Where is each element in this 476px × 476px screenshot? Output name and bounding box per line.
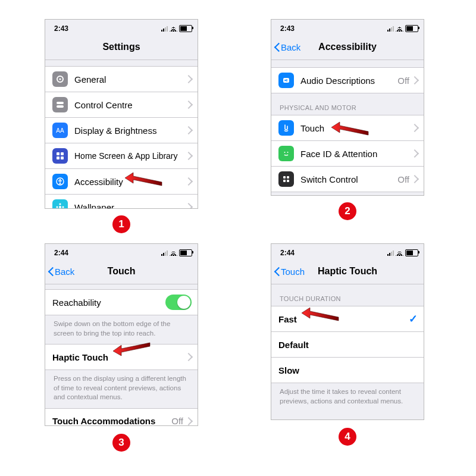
chevron-right-icon: [184, 152, 193, 160]
status-bar: 2:44: [271, 244, 424, 259]
svg-point-14: [56, 206, 58, 208]
svg-point-15: [62, 206, 64, 208]
svg-point-11: [59, 206, 61, 208]
step-badge: 3: [112, 434, 130, 452]
accessibility-icon: [52, 174, 68, 189]
row-label: Default: [278, 340, 418, 350]
svg-rect-24: [287, 180, 289, 182]
row-slow[interactable]: Slow: [271, 357, 424, 383]
svg-point-12: [59, 203, 61, 205]
checkmark-icon: ✓: [409, 312, 418, 325]
row-audio-descriptions[interactable]: Audio Descriptions Off: [271, 68, 424, 93]
row-value: Off: [397, 174, 409, 184]
flower-icon: [52, 199, 68, 209]
row-label: Haptic Touch: [52, 352, 186, 362]
chevron-right-icon: [184, 203, 193, 209]
chevron-left-icon: [274, 42, 280, 52]
section-header: PHYSICAL AND MOTOR: [271, 93, 424, 115]
wifi-icon: [396, 250, 403, 256]
row-display[interactable]: AA Display & Brightness: [45, 117, 198, 143]
row-label: Home Screen & App Library: [74, 151, 186, 161]
row-face-id[interactable]: Face ID & Attention: [271, 140, 424, 166]
signal-icon: [387, 250, 394, 256]
back-button[interactable]: Touch: [274, 259, 305, 284]
chevron-left-icon: [48, 266, 54, 277]
status-time: 2:43: [280, 24, 295, 33]
svg-rect-5: [57, 152, 60, 155]
page-title: Settings: [102, 42, 140, 52]
row-default[interactable]: Default: [271, 331, 424, 357]
row-switch-control[interactable]: Switch Control Off: [271, 166, 424, 192]
nav-header: Settings: [45, 35, 198, 60]
chevron-left-icon: [274, 266, 280, 277]
tutorial-grid: 2:43 Settings General Cont: [0, 0, 476, 476]
row-haptic-touch[interactable]: Haptic Touch: [45, 345, 198, 369]
chevron-right-icon: [184, 75, 193, 83]
row-fast[interactable]: Fast ✓: [271, 306, 424, 331]
row-label: Fast: [278, 314, 409, 324]
chevron-right-icon: [411, 124, 419, 132]
apps-grid-icon: [52, 148, 68, 164]
chevron-right-icon: [411, 175, 419, 183]
audio-description-icon: [278, 73, 294, 88]
row-label: Switch Control: [300, 174, 397, 184]
page-title: Touch: [108, 266, 136, 277]
wifi-icon: [170, 250, 177, 256]
row-reachability[interactable]: Reachability: [45, 290, 198, 315]
svg-rect-23: [283, 180, 286, 182]
footnote: Press on the display using a different l…: [45, 370, 198, 408]
svg-rect-21: [283, 176, 286, 178]
section-header: TOUCH DURATION: [271, 284, 424, 306]
svg-rect-2: [57, 102, 64, 104]
row-general[interactable]: General: [45, 67, 198, 92]
signal-icon: [387, 26, 394, 32]
svg-rect-7: [57, 156, 60, 159]
row-control-centre[interactable]: Control Centre: [45, 92, 198, 117]
row-wallpaper[interactable]: Wallpaper: [45, 194, 198, 209]
svg-point-1: [59, 78, 61, 80]
step-1: 2:43 Settings General Cont: [45, 19, 217, 226]
row-label: Touch: [300, 123, 412, 133]
nav-header: Touch Haptic Touch: [271, 259, 424, 284]
step-3: 2:44 Back Touch Reachability: [45, 243, 217, 450]
phone-accessibility: 2:43 Back Accessibility Audio Descrip: [271, 19, 424, 196]
step-badge: 1: [112, 215, 130, 233]
back-button[interactable]: Back: [274, 35, 300, 60]
row-label: Reachability: [52, 298, 165, 308]
battery-icon: [179, 249, 192, 256]
wifi-icon: [170, 26, 177, 32]
step-4: 2:44 Touch Haptic Touch TOUCH DURATION F…: [271, 243, 443, 450]
row-home-screen[interactable]: Home Screen & App Library: [45, 143, 198, 168]
step-badge: 4: [339, 428, 356, 446]
switches-icon: [52, 97, 68, 112]
toggle-on[interactable]: [165, 295, 192, 310]
row-touch-accommodations[interactable]: Touch Accommodations Off: [45, 409, 198, 426]
svg-rect-3: [57, 105, 64, 108]
phone-haptic-touch: 2:44 Touch Haptic Touch TOUCH DURATION F…: [271, 243, 424, 420]
row-label: Face ID & Attention: [300, 149, 412, 159]
row-label: Control Centre: [74, 100, 186, 110]
touch-icon: [278, 120, 294, 136]
row-touch[interactable]: Touch: [271, 115, 424, 140]
gear-icon: [52, 71, 68, 87]
status-time: 2:43: [54, 24, 68, 33]
svg-point-10: [60, 179, 61, 181]
svg-point-20: [287, 152, 289, 153]
row-label: Display & Brightness: [74, 126, 186, 136]
battery-icon: [179, 25, 192, 32]
row-value: Off: [171, 416, 183, 426]
row-value: Off: [397, 76, 409, 86]
phone-touch: 2:44 Back Touch Reachability: [45, 243, 198, 426]
chevron-right-icon: [184, 177, 193, 186]
back-button[interactable]: Back: [48, 259, 74, 284]
status-time: 2:44: [54, 249, 68, 257]
status-bar: 2:43: [45, 20, 198, 35]
status-bar: 2:44: [45, 244, 198, 259]
row-label: Touch Accommodations: [52, 416, 171, 426]
row-accessibility[interactable]: Accessibility: [45, 168, 198, 194]
wifi-icon: [396, 26, 403, 32]
row-label: Wallpaper: [74, 202, 186, 209]
brightness-icon: AA: [52, 123, 68, 138]
svg-rect-22: [287, 176, 289, 178]
svg-text:AA: AA: [56, 127, 64, 134]
